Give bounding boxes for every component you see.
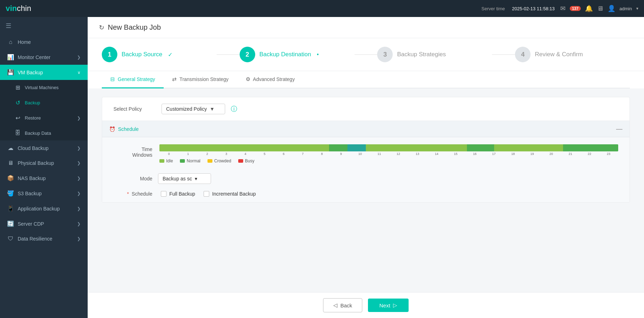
tab-advanced-label: Advanced Strategy [253,76,295,82]
monitor-icon[interactable]: 🖥 [597,5,603,12]
tab-transmission-strategy[interactable]: ⇄ Transmission Strategy [164,71,237,88]
full-backup-checkbox[interactable]: Full Backup [161,191,195,197]
sidebar-item-label: Data Resilience [18,236,74,242]
user-icon[interactable]: 👤 [608,5,615,12]
next-button[interactable]: Next ▷ [368,299,409,312]
wizard-step-1[interactable]: 1 Backup Source ✓ [102,47,217,62]
step-label-2: Backup Destination [259,51,311,58]
vm-backup-icon: 💾 [7,69,14,76]
step-label-3: Backup Strategies [397,51,446,58]
tab-advanced-strategy[interactable]: ⚙ Advanced Strategy [237,71,303,88]
sidebar-item-monitor[interactable]: 📊 Monitor Center ❯ [0,50,88,65]
hour-12: 12 [389,152,408,156]
legend-busy-label: Busy [245,158,254,163]
sidebar-item-label: NAS Backup [18,175,74,181]
sidebar-item-app-backup[interactable]: 📱 Application Backup ❯ [0,201,88,216]
info-icon[interactable]: ⓘ [231,105,237,113]
admin-label[interactable]: admin [620,6,632,11]
logo: vinchin [6,4,31,13]
message-icon[interactable]: ✉ [560,5,566,12]
step-check-1: ✓ [168,51,172,58]
bell-icon[interactable]: 🔔 [585,5,593,12]
sidebar-item-data-resilience[interactable]: 🛡 Data Resilience ❯ [0,231,88,246]
notification-badge[interactable]: 137 [570,6,580,11]
sidebar-item-label: S3 Backup [18,191,74,196]
sidebar-item-label: Backup Data [25,131,81,136]
schedule-header: ⏰ Schedule — [102,121,630,137]
mode-select[interactable]: Backup as sc ▾ [158,173,211,184]
wizard-divider-3 [492,54,515,55]
wizard-step-4[interactable]: 4 Review & Confirm [515,47,630,62]
legend-idle: Idle [159,158,173,163]
hour-8: 8 [312,152,332,156]
sidebar-item-s3-backup[interactable]: 🪣 S3 Backup ❯ [0,186,88,201]
chevron-right-icon: ❯ [77,161,81,166]
sidebar-item-restore[interactable]: ↩ Restore ❯ [0,110,88,126]
wizard-steps: 1 Backup Source ✓ 2 Backup Destination •… [88,38,644,71]
sidebar-item-physical-backup[interactable]: 🖥 Physical Backup ❯ [0,156,88,170]
hour-20: 20 [542,152,561,156]
bar-segment-4 [366,144,467,151]
incremental-backup-checkbox[interactable]: Incremental Backup [204,191,256,197]
time-windows-label: TimeWindows [113,144,152,158]
chevron-right-icon: ❯ [77,236,81,241]
content-area: Select Policy Customized Policy ▼ ⓘ ⏰ Sc… [88,88,644,292]
virtual-machines-icon: ⊞ [14,84,21,91]
chevron-right-icon: ❯ [77,191,81,196]
next-icon: ▷ [393,302,397,308]
topbar-icons: ✉ 137 🔔 🖥 👤 admin ▾ [560,5,638,12]
tab-transmission-icon: ⇄ [172,76,177,82]
sidebar-item-virtual-machines[interactable]: ⊞ Virtual Machines [0,80,88,95]
back-button[interactable]: ◁ Back [323,298,362,312]
sidebar-item-vm-backup[interactable]: 💾 VM Backup ∨ [0,65,88,80]
policy-select[interactable]: Customized Policy ▼ [162,104,225,114]
page-header: ↻ New Backup Job [88,17,644,38]
next-label: Next [379,302,390,308]
incremental-backup-check[interactable] [204,191,209,197]
logo-chin: chin [17,4,31,13]
time-windows-bar [159,144,618,151]
schedule-type-label: * Schedule [113,191,152,197]
tab-transmission-label: Transmission Strategy [180,76,229,82]
sidebar-item-server-cdp[interactable]: 🔄 Server CDP ❯ [0,216,88,231]
sidebar-item-label: Cloud Backup [18,145,74,151]
wizard-step-2[interactable]: 2 Backup Destination • [240,47,355,62]
policy-dropdown-arrow: ▼ [210,106,215,112]
full-backup-check[interactable] [161,191,166,197]
sidebar-item-cloud-backup[interactable]: ☁ Cloud Backup ❯ [0,140,88,156]
hour-2: 2 [198,152,217,156]
sidebar-item-backup-data[interactable]: 🗄 Backup Data [0,126,88,140]
time-windows-chart: 0 1 2 3 4 5 6 7 8 9 10 1 [159,144,618,163]
sidebar: ☰ ⌂ Home 📊 Monitor Center ❯ 💾 VM Backup … [0,17,88,318]
step-circle-1: 1 [102,47,117,62]
tab-general-strategy[interactable]: ⊟ General Strategy [102,71,164,88]
tw-hours: 0 1 2 3 4 5 6 7 8 9 10 1 [159,152,618,156]
refresh-icon: ↻ [99,24,104,31]
backup-data-icon: 🗄 [14,130,21,136]
required-star: * [127,191,129,197]
sidebar-item-home[interactable]: ⌂ Home [0,35,88,50]
time-windows-row: TimeWindows [102,137,630,170]
chevron-right-icon: ❯ [77,176,81,181]
policy-row: Select Policy Customized Policy ▼ ⓘ [102,97,630,121]
sidebar-menu-icon[interactable]: ☰ [0,17,88,35]
busy-dot [238,159,243,163]
schedule-card: Select Policy Customized Policy ▼ ⓘ ⏰ Sc… [102,97,630,203]
hour-21: 21 [561,152,580,156]
chevron-right-icon: ❯ [77,206,81,211]
mode-row: Mode Backup as sc ▾ [102,170,630,190]
sidebar-item-nas-backup[interactable]: 📦 NAS Backup ❯ [0,170,88,186]
wizard-step-3[interactable]: 3 Backup Strategies [377,47,492,62]
hour-6: 6 [274,152,293,156]
minimize-button[interactable]: — [616,125,622,133]
hour-13: 13 [408,152,427,156]
logo-text: vinchin [6,4,31,13]
admin-arrow[interactable]: ▾ [636,6,638,11]
bar-segment-2 [329,144,347,151]
logo-vin: vin [6,4,17,13]
sidebar-item-backup[interactable]: ↺ Backup [0,95,88,110]
hour-16: 16 [465,152,484,156]
chevron-down-icon: ∨ [77,70,81,75]
sidebar-item-label: Application Backup [18,206,74,212]
clock-icon: ⏰ [109,126,115,132]
